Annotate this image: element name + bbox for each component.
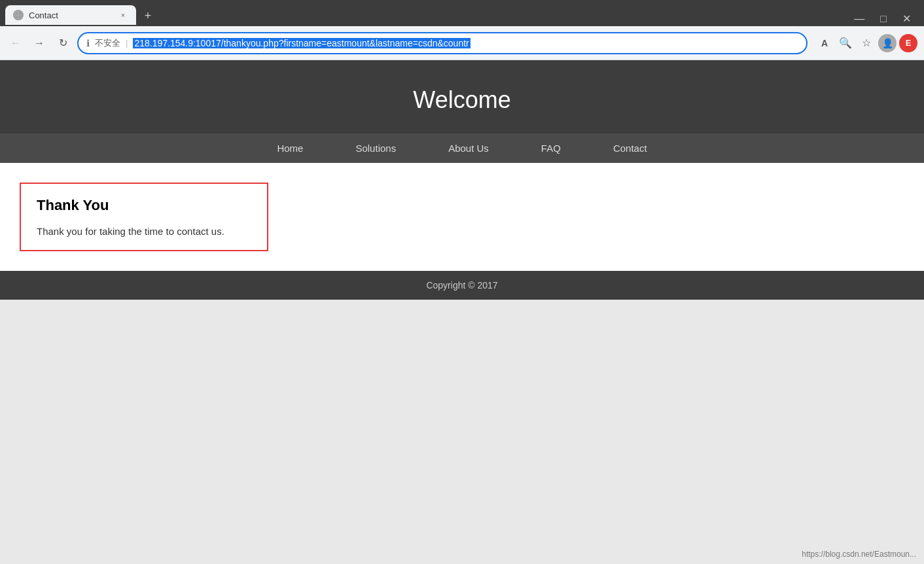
site-nav: Home Solutions About Us FAQ Contact — [0, 133, 924, 163]
nav-about-us[interactable]: About Us — [448, 143, 489, 154]
back-button[interactable]: ← — [7, 34, 25, 52]
tab-close-button[interactable]: × — [118, 10, 128, 20]
title-bar: Contact × + — □ ✕ — [0, 0, 924, 26]
forward-icon: → — [34, 37, 44, 49]
nav-contact[interactable]: Contact — [613, 143, 647, 154]
tab-favicon — [13, 10, 24, 20]
reload-button[interactable]: ↻ — [54, 34, 72, 52]
minimize-button[interactable]: — — [854, 13, 864, 25]
maximize-button[interactable]: □ — [880, 13, 887, 25]
site-content: Thank You Thank you for taking the time … — [0, 163, 924, 271]
nav-faq[interactable]: FAQ — [541, 143, 561, 154]
close-button[interactable]: ✕ — [902, 12, 911, 25]
insecure-label: 不安全 — [95, 37, 120, 49]
profile-button[interactable]: 👤 — [878, 34, 897, 52]
new-tab-button[interactable]: + — [139, 7, 157, 25]
info-icon: ℹ — [86, 38, 90, 48]
browser-chrome: Contact × + — □ ✕ ← → ↻ ℹ 不安全 | 218.197 — [0, 0, 924, 60]
forward-button[interactable]: → — [30, 34, 48, 52]
copyright-text: Copyright © 2017 — [426, 280, 497, 291]
bookmark-button[interactable]: ☆ — [857, 34, 876, 52]
zoom-icon: 🔍 — [839, 37, 852, 49]
account-button[interactable]: E — [899, 34, 917, 52]
back-icon: ← — [10, 37, 21, 49]
thank-you-title: Thank You — [37, 197, 251, 214]
browser-tab[interactable]: Contact × — [5, 5, 136, 25]
address-url: 218.197.154.9:10017/thankyou.php?firstna… — [133, 38, 798, 48]
zoom-button[interactable]: 🔍 — [836, 34, 855, 52]
address-bar[interactable]: ℹ 不安全 | 218.197.154.9:10017/thankyou.php… — [77, 32, 808, 54]
thank-you-text: Thank you for taking the time to contact… — [37, 226, 251, 237]
status-hint: https://blog.csdn.net/Eastmoun... — [802, 550, 916, 559]
thank-you-box: Thank You Thank you for taking the time … — [20, 183, 268, 251]
site-footer: Copyright © 2017 — [0, 271, 924, 300]
browser-empty-area — [0, 300, 924, 561]
tab-title: Contact — [29, 10, 113, 20]
account-icon: E — [906, 38, 912, 48]
url-selected-text: 218.197.154.9:10017/thankyou.php?firstna… — [133, 38, 470, 48]
nav-home[interactable]: Home — [277, 143, 303, 154]
bookmark-icon: ☆ — [862, 37, 871, 49]
nav-actions: A 🔍 ☆ 👤 E — [815, 34, 917, 52]
website: Welcome Home Solutions About Us FAQ Cont… — [0, 60, 924, 300]
address-separator: | — [126, 38, 128, 48]
site-title: Welcome — [0, 86, 924, 114]
nav-bar: ← → ↻ ℹ 不安全 | 218.197.154.9:10017/thanky… — [0, 26, 924, 60]
reload-icon: ↻ — [59, 37, 67, 49]
nav-solutions[interactable]: Solutions — [355, 143, 396, 154]
site-header: Welcome — [0, 60, 924, 133]
translate-icon: A — [821, 38, 828, 48]
profile-icon: 👤 — [882, 38, 893, 48]
translate-button[interactable]: A — [815, 34, 834, 52]
